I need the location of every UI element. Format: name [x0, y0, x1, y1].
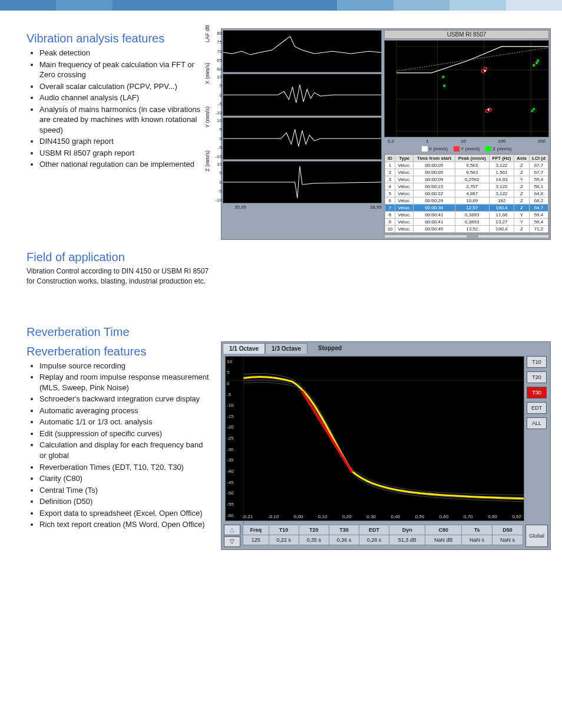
result-cell: 51,3 dB — [389, 535, 425, 545]
freq-step-arrows: △ ▽ — [224, 525, 240, 547]
list-item: Overall scalar calculation (PCPV, PPV...… — [39, 81, 209, 92]
tab-1-3-octave[interactable]: 1/3 Octave — [265, 343, 308, 354]
legend-item: Y (mm/s) — [454, 146, 480, 151]
vib-field-line1: Vibration Control according to DIN 4150 … — [27, 266, 535, 276]
metric-button-t20[interactable]: T20 — [527, 371, 547, 383]
decay-plot[interactable]: 1050-5-10-15-20-25-30-35-40-45-50-55-60 … — [225, 356, 524, 521]
table-row[interactable]: 2Veloc.00:00:059,5631,561Z67,7 — [385, 169, 548, 176]
table-row[interactable]: 7Veloc.00:00:3612,57190,4Z64,7 — [385, 205, 548, 212]
reverberation-screenshot: 1/1 Octave 1/3 Octave Stopped — [221, 341, 551, 550]
table-row[interactable]: 4Veloc.00:00:152,7073,122Z58,1 — [385, 183, 548, 190]
vibration-screenshot: LAF dB 8075706560 X (mm/s) 1050-5-10 Y (… — [221, 28, 551, 240]
metric-button-edt[interactable]: EDT — [527, 402, 547, 414]
result-header: Freq — [243, 525, 269, 535]
tab-1-1-octave[interactable]: 1/1 Octave — [223, 343, 265, 354]
decay-yticks: 1050-5-10-15-20-25-30-35-40-45-50-55-60 — [227, 357, 234, 521]
metric-button-t10[interactable]: T10 — [527, 356, 547, 368]
table-header[interactable]: FFT (Hz) — [490, 155, 514, 162]
list-item: Calculation and display for each frequen… — [39, 440, 209, 460]
table-header[interactable]: Axis — [514, 155, 530, 162]
list-item: Automatic averaging process — [39, 406, 209, 416]
list-item: Automatic 1/1 or 1/3 oct. analysis — [39, 417, 209, 427]
usbm-legend: X (mm/s) Y (mm/s) Z (mm/s) — [384, 145, 549, 153]
list-item: Export data to spreadsheet (Excel, Open … — [39, 508, 209, 519]
vib-features-list: Peak detectionMain frequency of peak cal… — [27, 48, 209, 170]
table-header[interactable]: Type — [395, 155, 414, 162]
result-cell: 125 — [243, 535, 269, 545]
waveform-yticks: 8075706560 — [213, 31, 222, 72]
result-header: T30 — [329, 525, 359, 535]
metric-button-all[interactable]: ALL — [527, 417, 547, 429]
table-header[interactable]: Peak (mm/s) — [455, 155, 489, 162]
list-item: USBM RI 8507 graph report — [39, 148, 209, 159]
svg-rect-12 — [484, 70, 486, 72]
result-header: T20 — [299, 525, 329, 535]
result-cell: NaN dB — [425, 535, 462, 545]
list-item: Edit (suppression of specific curves) — [39, 429, 209, 439]
table-header[interactable]: LCI (d — [529, 155, 548, 162]
table-row[interactable]: 5Veloc.00:00:224,8873,122Z64,8 — [385, 190, 548, 197]
top-color-strip — [0, 0, 562, 11]
usbm-title: USBM RI 8507 — [384, 30, 549, 39]
result-header: D50 — [492, 525, 523, 535]
result-cell: 0,35 s — [299, 535, 329, 545]
legend-item: X (mm/s) — [422, 146, 448, 151]
table-row[interactable]: 10Veloc.00:00:4513,52190,4Z71,2 — [385, 226, 548, 233]
list-item: Rich text report creation (MS Word, Open… — [39, 519, 209, 530]
peaks-table[interactable]: IDTypeTime from startPeak (mm/s)FFT (Hz)… — [384, 154, 549, 233]
xto: 38,95 — [370, 205, 382, 210]
result-header: T10 — [269, 525, 299, 535]
list-item: Definition (D50) — [39, 496, 209, 507]
table-header[interactable]: Time from start — [414, 155, 455, 162]
vib-field-line2: for Construction works, blasting, indust… — [27, 276, 535, 286]
svg-line-16 — [302, 391, 352, 472]
list-item: Peak detection — [39, 48, 209, 58]
table-row[interactable]: 9Veloc.00:00:410,369313,27Y59,4 — [385, 219, 548, 226]
list-item: Audio channel analysis (LAF) — [39, 93, 209, 103]
freq-up-button[interactable]: △ — [224, 525, 240, 535]
rev-features-list: Impulse source recordingReplay and room … — [27, 361, 209, 530]
list-item: DIN4150 graph report — [39, 136, 209, 147]
waveform-ylabel: Y (mm/s) — [204, 106, 210, 127]
result-header: C80 — [425, 525, 462, 535]
vib-features-heading: Vibration analysis features — [27, 32, 209, 45]
rev-features-heading: Reverberation features — [27, 345, 209, 358]
status-label: Stopped — [318, 345, 342, 351]
rev-heading: Reverberation Time — [27, 325, 535, 339]
result-cell: 0,36 s — [329, 535, 359, 545]
result-header: Ts — [462, 525, 492, 535]
legend-item: Z (mm/s) — [485, 146, 511, 151]
list-item: Impulse source recording — [39, 361, 209, 371]
waveform-y--mm-s-[interactable]: Y (mm/s) 1050-5-10 — [223, 117, 382, 160]
freq-down-button[interactable]: ▽ — [224, 536, 240, 547]
table-row[interactable]: 3Veloc.00:00:090,259214,83Y55,4 — [385, 176, 548, 183]
list-item: Main frequency of peak calculation via F… — [39, 60, 209, 80]
waveform-ylabel: Z (mm/s) — [204, 150, 210, 172]
waveform-laf-db[interactable]: LAF dB 8075706560 — [223, 30, 382, 73]
vibration-section: Vibration analysis features Peak detecti… — [27, 28, 535, 240]
table-row[interactable]: 8Veloc.00:00:410,369311,68Y59,4 — [385, 212, 548, 219]
table-row[interactable]: 6Veloc.00:00:2910,69192Z68,2 — [385, 197, 548, 205]
waveform-x--mm-s-[interactable]: X (mm/s) 1050-5-10 — [223, 74, 382, 116]
list-item: Replay and room impulse response measure… — [39, 372, 209, 393]
decay-xticks: -0,21-0,100,000,100,200,300,400,500,600,… — [226, 514, 524, 519]
waveform-yticks: 1050-5-10 — [213, 74, 222, 116]
metric-buttons: T10T20T30EDTALL — [527, 356, 547, 521]
xfrom: 35,95 — [234, 205, 246, 210]
waveform-ylabel: LAF dB — [204, 25, 210, 42]
usbm-plot[interactable] — [384, 40, 549, 137]
waveform-z--mm-s-[interactable]: Z (mm/s) 1050-5-10 — [223, 161, 382, 203]
result-cell: 0,28 s — [359, 535, 389, 545]
horizontal-scrollbar[interactable] — [384, 235, 549, 238]
metric-button-t30[interactable]: T30 — [527, 387, 547, 398]
waveform-yticks: 1050-5-10 — [213, 118, 222, 159]
result-header: EDT — [359, 525, 389, 535]
vib-field-heading: Field of application — [27, 251, 535, 264]
table-header[interactable]: ID — [385, 155, 395, 162]
list-item: Schroeder's backward integration curve d… — [39, 394, 209, 404]
table-row[interactable]: 1Veloc.00:00:059,5633,122Z67,7 — [385, 162, 548, 169]
list-item: Analysis of mains harmonics (in case vib… — [39, 104, 209, 136]
result-cell: 0,22 s — [269, 535, 299, 545]
usbm-xaxis: 0,2110100200 — [384, 139, 549, 144]
global-button[interactable]: Global — [525, 525, 548, 547]
